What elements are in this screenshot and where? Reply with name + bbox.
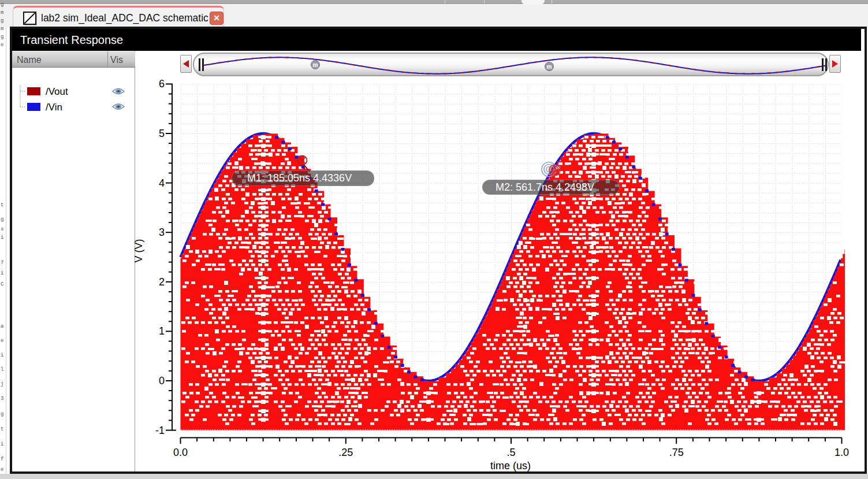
svg-text:1: 1 [159,325,165,337]
svg-text:5: 5 [159,128,165,139]
svg-text:0.0: 0.0 [173,447,188,458]
svg-text:.75: .75 [669,447,684,458]
svg-text:2: 2 [159,276,165,288]
svg-text:V (V): V (V) [133,239,144,262]
svg-text:m: m [313,62,318,68]
svg-text:6: 6 [159,78,165,90]
svg-text:1.0: 1.0 [835,447,849,458]
svg-text:m: m [547,64,552,70]
svg-text:4: 4 [159,177,165,189]
svg-text:3: 3 [159,226,165,238]
svg-text:-1: -1 [155,425,165,436]
svg-text:time (us): time (us) [490,460,531,471]
svg-text:.5: .5 [506,447,515,458]
svg-text:.25: .25 [338,447,353,458]
svg-text:0: 0 [159,375,165,387]
